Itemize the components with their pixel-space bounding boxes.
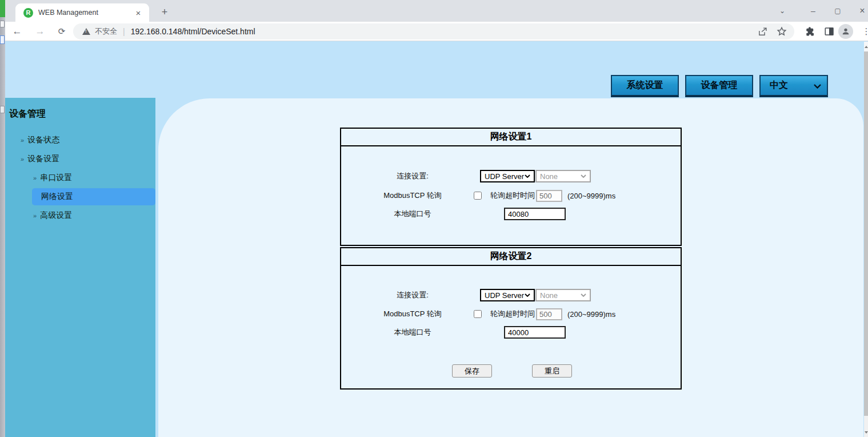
modbus-poll-checkbox[interactable] [474,192,482,200]
poll-timeout-range-label: (200~9999)ms [567,310,615,319]
poll-timeout-label: 轮询超时时间 [490,309,535,319]
poll-timeout-input [536,190,562,202]
modbus-poll-label: ModbusTCP 轮询 [341,190,484,201]
connect-mode-value: UDP Server [485,291,524,300]
tab-close-icon[interactable]: × [133,7,143,18]
scrollbar-thumb[interactable] [864,51,868,416]
secondary-mode-select-disabled: None [535,170,591,182]
sidebar: 设备管理 » 设备状态 » 设备设置 » 串口设置 网络设置 » 高级设置 [5,98,155,437]
background-window-sliver [0,0,5,437]
bookmark-star-icon[interactable] [776,26,787,37]
local-port-input[interactable] [504,326,566,339]
url-text[interactable]: 192.168.0.148/html/DeviceSet.html [131,27,749,36]
poll-timeout-range-label: (200~9999)ms [567,192,615,200]
arrow-bullet-icon: » [33,174,37,181]
sidebar-item-device-settings[interactable]: » 设备设置 [21,150,59,168]
browser-toolbar: ← → ⟳ 不安全 | 192.168.0.148/html/DeviceSet… [5,22,868,41]
section-title: 网络设置2 [341,248,681,266]
scrollbar-down-arrow[interactable] [864,427,868,437]
sidebar-item-label: 设备设置 [27,154,59,164]
language-select[interactable]: 中文 [759,75,828,97]
chevron-down-icon [525,293,530,297]
tab-title: WEB Management [38,9,133,17]
device-management-button[interactable]: 设备管理 [685,75,753,97]
arrow-bullet-icon: » [21,137,24,144]
sidebar-item-device-status[interactable]: » 设备状态 [21,132,59,149]
tab-web-management[interactable]: R WEB Management × [15,3,149,22]
sidebar-item-label-selected: 网络设置 [41,188,73,205]
window-close-button[interactable]: × [856,5,868,17]
scrollbar-up-arrow[interactable] [864,42,868,51]
poll-timeout-label: 轮询超时时间 [490,190,535,201]
system-settings-button[interactable]: 系统设置 [611,75,679,97]
web-page: 系统设置 设备管理 中文 设备管理 » 设备状态 » 设备设置 » 串口设置 [5,42,864,437]
window-minimize-button[interactable]: – [807,5,819,17]
background-window-icon-fragment [0,21,5,27]
network-settings-1-box: 网络设置1 连接设置: UDP Server None [340,128,682,246]
sidebar-item-label: 高级设置 [40,210,72,221]
new-tab-button[interactable]: + [157,5,172,19]
tab-strip: R WEB Management × + ⌄ – ▢ × [5,0,868,22]
sidebar-item-advanced-settings[interactable]: » 高级设置 [33,207,72,224]
sidebar-item-network-settings[interactable]: 网络设置 [32,188,155,205]
connect-mode-select[interactable]: UDP Server [480,170,535,182]
sidebar-title: 设备管理 [9,108,46,120]
sidebar-item-label: 设备状态 [27,135,59,145]
section-title: 网络设置1 [341,129,681,146]
secondary-mode-value: None [540,172,558,181]
chevron-down-icon [581,174,586,178]
connect-settings-label: 连接设置: [341,290,484,300]
side-panel-icon[interactable] [823,25,835,38]
language-select-value: 中文 [770,80,788,92]
favicon-icon: R [23,8,33,18]
save-button[interactable]: 保存 [452,364,492,378]
extensions-icon[interactable] [804,25,817,38]
chevron-down-icon [814,84,821,89]
modbus-poll-checkbox[interactable] [474,310,482,318]
secondary-mode-select-disabled: None [535,289,591,301]
chevron-down-icon [525,174,530,178]
section-body: 连接设置: UDP Server None [341,146,681,244]
sidebar-item-serial-settings[interactable]: » 串口设置 [33,169,72,186]
browser-menu-icon[interactable]: ⋮ [860,25,868,38]
tab-search-icon[interactable]: ⌄ [776,5,789,17]
background-window-icon-fragment [0,35,5,44]
address-bar-divider: | [123,27,125,36]
local-port-label: 本地端口号 [341,209,484,219]
background-window-green-fragment [0,0,5,17]
window-maximize-button[interactable]: ▢ [831,5,844,17]
share-icon[interactable] [757,26,768,37]
screen: R WEB Management × + ⌄ – ▢ × ← → ⟳ 不安全 |… [0,0,868,437]
back-button[interactable]: ← [10,24,25,39]
not-secure-label[interactable]: 不安全 [95,26,117,37]
local-port-input[interactable] [504,208,566,220]
arrow-bullet-icon: » [21,156,24,162]
network-settings-2-box: 网络设置2 连接设置: UDP Server None [340,247,682,390]
sidebar-item-label: 串口设置 [40,173,72,183]
arrow-bullet-icon: » [33,212,37,219]
background-window-icon-fragment [0,106,5,113]
forward-button: → [33,24,47,39]
secondary-mode-value: None [540,291,558,300]
not-secure-warning-icon[interactable] [82,28,90,35]
profile-avatar[interactable] [838,24,853,39]
connect-mode-value: UDP Server [485,172,524,181]
chevron-down-icon [581,293,586,297]
restart-button[interactable]: 重启 [532,364,572,378]
local-port-label: 本地端口号 [341,327,484,337]
reload-button[interactable]: ⟳ [54,24,69,39]
modbus-poll-label: ModbusTCP 轮询 [341,309,484,319]
connect-mode-select[interactable]: UDP Server [480,289,535,301]
address-bar[interactable]: 不安全 | 192.168.0.148/html/DeviceSet.html [73,23,794,39]
section-body: 连接设置: UDP Server None [341,266,681,387]
page-scrollbar[interactable] [864,42,868,437]
connect-settings-label: 连接设置: [341,171,484,181]
poll-timeout-input [536,308,562,320]
